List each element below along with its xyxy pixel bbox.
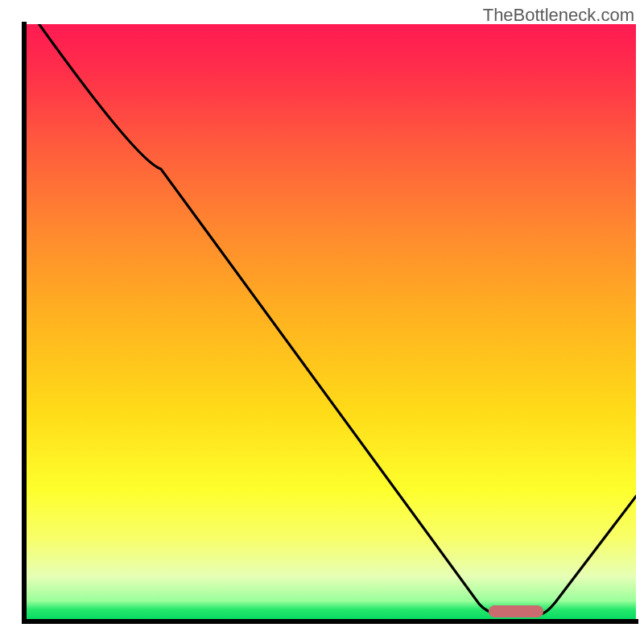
optimal-range-marker	[489, 605, 543, 617]
x-axis	[22, 619, 638, 624]
watermark-text: TheBottleneck.com	[483, 5, 634, 26]
curve-svg	[24, 24, 636, 621]
bottleneck-curve-path	[36, 24, 636, 614]
chart-plot-area	[24, 24, 636, 621]
y-axis	[22, 22, 27, 624]
